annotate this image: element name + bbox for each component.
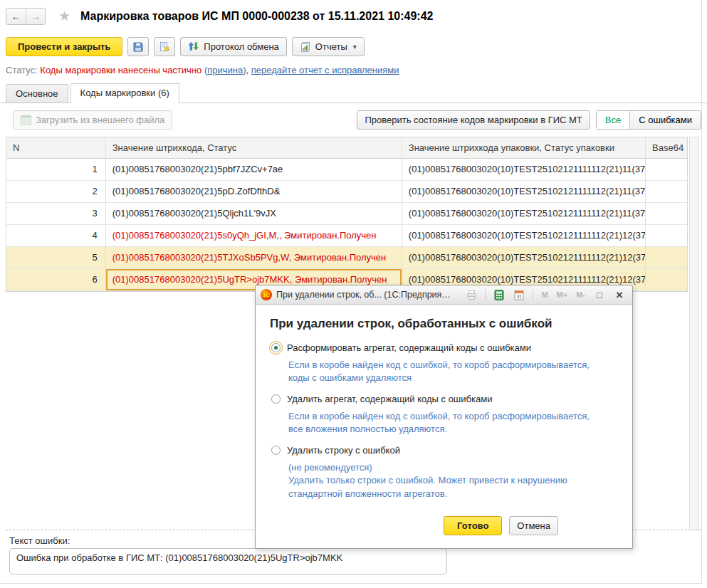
column-header-barcode: Значение штрихкода, Статус [106,137,402,158]
toolbar: Провести и закрыть Протокол обмена Отчет… [0,27,707,56]
cell-base64[interactable] [646,181,687,202]
radio-selected-icon[interactable] [271,343,281,352]
memory-recall-button[interactable]: М [539,290,550,299]
exchange-protocol-button[interactable]: Протокол обмена [180,37,287,56]
cell-n[interactable]: 6 [6,269,106,290]
status-line: Статус: Коды маркировки нанесены частичн… [0,56,707,75]
memory-minus-button[interactable]: М- [574,290,587,299]
1c-logo-icon: 1С [261,289,272,300]
option-label: Удалить агрегат, содержащий коды с ошибк… [287,394,492,404]
tab-main[interactable]: Основное [6,84,68,103]
option-label: Расформировать агрегат, содержащий коды … [287,342,531,353]
table-toolbar: Загрузить из внешнего файла Проверить со… [0,103,707,130]
column-header-package: Значение штрихкода упаковки, Статус упак… [402,137,646,158]
cell-base64[interactable] [646,247,687,268]
filter-all-button[interactable]: Все [597,111,629,129]
exchange-protocol-label: Протокол обмена [204,41,279,52]
window-right-edge [701,0,702,584]
table-row: 3 (01)00851768003020(21)5Qljch1L'9vJX (0… [6,203,687,225]
error-text-field[interactable]: Ошибка при обработке в ГИС МТ: (01)00851… [9,548,447,574]
calculator-icon[interactable] [491,288,507,301]
table-toolbar-right: Проверить состояние кодов маркировки в Г… [357,110,701,130]
1c-document-window: ← → ★ Маркировка товаров ИС МП 0000-0002… [0,0,707,588]
table-import-icon [21,115,31,125]
cell-base64[interactable] [646,269,687,290]
cell-n[interactable]: 5 [6,247,106,268]
cell-n[interactable]: 2 [6,181,106,202]
filter-errors-button[interactable]: С ошибками [629,111,701,129]
cell-n[interactable]: 1 [6,159,106,180]
titlebar-separator [533,289,533,300]
table-header-row: N Значение штрихкода, Статус Значение шт… [6,137,687,159]
exchange-arrows-icon [188,41,199,53]
cell-package[interactable]: (01)00851768003020(10)TEST25102121111112… [402,181,646,202]
table-row: 5 (01)00851768003020(21)5TJXoSb5PVg,W, Э… [6,247,687,269]
status-label: Статус: [6,65,38,75]
dialog-title: При удалении строк, об... (1С:Предприяти… [276,290,454,300]
load-external-file-label: Загрузить из внешнего файла [36,115,164,125]
post-and-close-button[interactable]: Провести и закрыть [6,37,122,56]
back-button[interactable]: ← [6,9,26,24]
option-unpack-aggregate[interactable]: Расформировать агрегат, содержащий коды … [271,342,618,353]
post-document-button[interactable] [154,37,175,56]
delete-rows-dialog: 1С При удалении строк, об... (1С:Предпри… [255,285,633,549]
window-bottom-edge [0,583,702,584]
radio-icon[interactable] [271,394,281,404]
marking-codes-table: N Значение штрихкода, Статус Значение шт… [6,137,688,292]
reason-link[interactable]: (причина) [204,65,246,75]
radio-icon[interactable] [271,446,281,455]
check-codes-gis-button[interactable]: Проверить состояние кодов маркировки в Г… [357,110,590,130]
print-icon[interactable] [464,288,479,301]
vertical-scrollbar[interactable] [689,137,699,530]
cell-base64[interactable] [646,159,687,180]
close-icon[interactable]: ✕ [612,288,627,301]
column-header-base64: Base64 [646,137,687,158]
back-icon: ← [11,11,21,22]
cell-barcode[interactable]: (01)00851768003020(21)5pD.ZofDfthD& [106,181,402,202]
save-icon [132,41,144,53]
column-header-n: N [6,137,106,158]
svg-text:31: 31 [517,293,523,298]
done-button[interactable]: Готово [444,516,502,535]
calendar-icon[interactable]: 31 [511,288,527,301]
table-row: 2 (01)00851768003020(21)5pD.ZofDfthD& (0… [6,181,687,203]
forward-button[interactable]: → [26,9,45,24]
cancel-button[interactable]: Отмена [509,516,558,535]
report-icon [300,41,311,53]
chevron-down-icon: ▾ [353,43,357,51]
cell-package[interactable]: (01)00851768003020(10)TEST25102121111112… [402,203,646,224]
table-row: 1 (01)00851768003020(21)5pbf7JZCv+7ae (0… [6,159,687,181]
cell-n[interactable]: 3 [6,203,106,224]
load-external-file-button[interactable]: Загрузить из внешнего файла [13,110,172,130]
header: ← → ★ Маркировка товаров ИС МП 0000-0002… [0,0,707,27]
cell-base64[interactable] [646,203,687,224]
memory-plus-button[interactable]: М+ [555,290,570,299]
dialog-footer: Готово Отмена [270,509,618,541]
cell-barcode[interactable]: (01)00851768003020(21)5TJXoSb5PVg,W, Эми… [106,247,402,268]
reports-label: Отчеты [315,41,347,52]
reports-button[interactable]: Отчеты ▾ [292,37,365,56]
status-separator: , [246,65,249,75]
tab-marking-codes[interactable]: Коды маркировки (6) [70,83,179,103]
option-delete-row[interactable]: Удалить строку с ошибкой [271,445,618,456]
option-description: Удалить только строки с ошибкой. Может п… [288,474,605,500]
cell-base64[interactable] [646,225,687,246]
dialog-titlebar: 1С При удалении строк, об... (1С:Предпри… [256,285,632,305]
cell-barcode[interactable]: (01)00851768003020(21)5Qljch1L'9vJX [106,203,402,224]
option-delete-aggregate[interactable]: Удалить агрегат, содержащий коды с ошибк… [271,394,618,404]
cell-package[interactable]: (01)00851768003020(10)TEST25102121111112… [402,247,646,268]
maximize-icon[interactable]: □ [592,288,607,301]
cell-package[interactable]: (01)00851768003020(10)TEST25102121111112… [402,225,646,246]
cell-barcode[interactable]: (01)00851768003020(21)5s0yQh_jGI,M,, Эми… [106,225,402,246]
cell-package[interactable]: (01)00851768003020(10)TEST25102121111112… [402,159,646,180]
send-corrections-link[interactable]: передайте отчет с исправлениями [251,65,399,75]
option-description: Если в коробе найден код с ошибкой, то к… [288,410,605,436]
status-message: Коды маркировки нанесены частично [40,65,201,75]
favorite-star-icon[interactable]: ★ [58,9,70,23]
cell-n[interactable]: 4 [6,225,106,246]
filter-toggle-group: Все С ошибками [596,110,701,130]
forward-icon: → [31,11,41,22]
dialog-body: При удалении строк, обработанных с ошибк… [256,305,632,548]
save-button[interactable] [127,37,149,56]
cell-barcode[interactable]: (01)00851768003020(21)5pbf7JZCv+7ae [106,159,402,180]
